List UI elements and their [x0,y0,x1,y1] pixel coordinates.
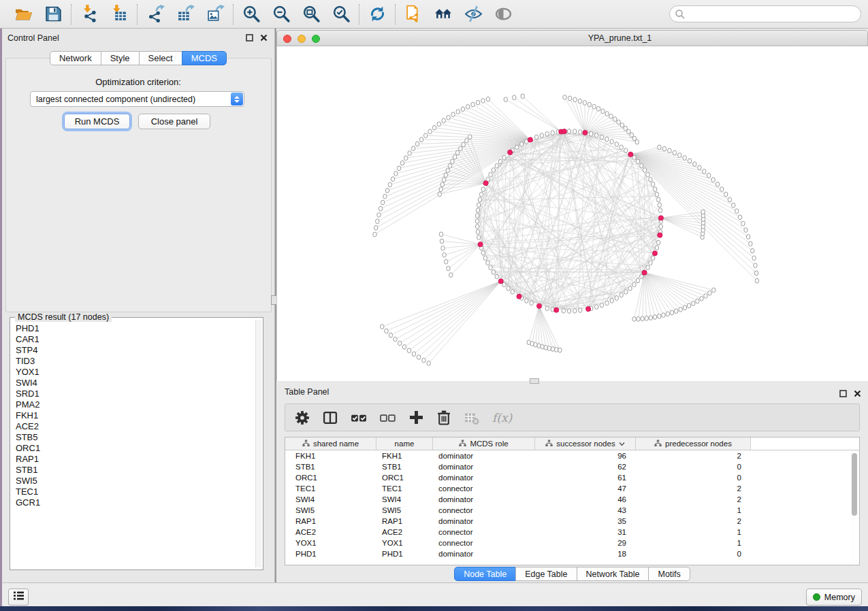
network-window-titlebar[interactable]: YPA_prune.txt_1 [276,30,868,46]
mcds-result-item[interactable]: PHD1 [16,323,255,334]
export-network-icon[interactable] [145,4,165,24]
memory-button[interactable]: Memory [806,589,862,606]
mcds-result-item[interactable]: PMA2 [16,399,255,410]
table-cell: SWI4 [376,494,433,505]
network-from-file-icon[interactable] [403,4,423,24]
optimization-criterion-select[interactable]: largest connected component (undirected) [30,91,244,107]
mcds-result-item[interactable]: TEC1 [16,486,255,497]
table-row[interactable]: PHD1PHD1dominator180 [285,548,859,559]
table-row[interactable]: RAP1RAP1dominator352 [285,516,859,527]
table-row[interactable]: SWI5SWI5connector431 [285,505,859,516]
mcds-result-item[interactable]: STB5 [16,432,255,443]
table-cell: 2 [636,450,751,461]
table-scrollbar-thumb[interactable] [852,453,857,516]
table-row[interactable]: SWI4SWI4dominator462 [285,494,859,505]
table-cell: dominator [433,548,535,559]
table-cell: YOX1 [285,538,376,548]
table-panel: Table Panel f(x) shared namenameMCDS rol… [276,384,868,582]
settings-icon[interactable] [295,410,310,426]
search-input[interactable] [669,5,861,22]
save-session-icon[interactable] [43,4,63,24]
list-icon [13,591,25,604]
mcds-result-item[interactable]: STP4 [16,345,255,356]
tab-style[interactable]: Style [101,51,140,65]
table-cell: SWI4 [285,494,376,505]
table-cell: 31 [535,527,636,538]
task-history-button[interactable] [8,589,29,606]
split-panel-icon[interactable] [323,410,338,426]
export-table-icon[interactable] [175,4,195,24]
float-panel-icon[interactable] [246,34,253,42]
close-table-panel-icon[interactable] [854,390,861,397]
optimization-criterion-value: largest connected component (undirected) [36,95,195,104]
mcds-result-scrollbar[interactable] [255,320,261,567]
zoom-fit-icon[interactable] [301,4,321,24]
float-table-panel-icon[interactable] [839,390,847,397]
column-header-name[interactable]: name [376,437,433,450]
table-cell: SWI5 [376,505,433,516]
mcds-result-item[interactable]: SWI4 [16,378,255,389]
column-header-successor-nodes[interactable]: successor nodes [535,437,636,450]
import-table-icon[interactable] [109,4,129,24]
select-all-icon[interactable] [351,410,367,426]
mcds-result-item[interactable]: ACE2 [16,421,255,432]
control-panel: Control Panel NetworkStyleSelectMCDS Opt… [2,29,275,582]
run-mcds-button[interactable]: Run MCDS [64,114,130,129]
table-row[interactable]: ACE2ACE2connector311 [285,527,859,538]
tab-select[interactable]: Select [139,51,182,65]
tab-network[interactable]: Network [50,51,101,65]
horizontal-splitter-handle[interactable] [530,378,539,384]
table-row[interactable]: FKH1FKH1dominator962 [285,450,859,461]
mcds-result-item[interactable]: FKH1 [16,410,255,421]
mcds-result-item[interactable]: SWI5 [16,476,255,486]
zoom-selected-icon[interactable] [331,4,351,24]
table-row[interactable]: TEC1TEC1connector472 [285,483,859,494]
optimization-criterion-label: Optimization criterion: [2,77,274,87]
first-neighbors-icon[interactable] [433,4,453,24]
tab-motifs[interactable]: Motifs [648,567,690,581]
zoom-out-icon[interactable] [271,4,291,24]
mcds-result-item[interactable]: RAP1 [16,454,255,465]
control-panel-title: Control Panel [7,33,59,43]
table-cell: 0 [636,461,751,472]
mcds-result-item[interactable]: GCR1 [16,497,255,508]
export-image-icon[interactable] [205,4,225,24]
delete-column-icon[interactable] [436,410,451,426]
network-canvas[interactable] [276,46,868,381]
table-cell: dominator [433,450,535,461]
column-header-MCDS-role[interactable]: MCDS role [433,437,535,450]
refresh-layout-icon[interactable] [367,4,387,24]
table-cell: connector [433,483,535,494]
tab-edge-table[interactable]: Edge Table [515,567,577,581]
mcds-result-item[interactable]: TID3 [16,356,255,367]
table-row[interactable]: ORC1ORC1dominator610 [285,472,859,483]
table-row[interactable]: YOX1YOX1connector291 [285,538,859,548]
mcds-result-item[interactable]: ORC1 [16,443,255,454]
desktop-wallpaper-bottom [0,606,868,611]
table-cell: PHD1 [376,548,433,559]
zoom-in-icon[interactable] [241,4,261,24]
close-panel-button[interactable]: Close panel [138,114,210,129]
show-all-icon[interactable] [493,4,513,24]
table-cell: 29 [535,538,636,548]
unselect-all-icon[interactable] [380,410,396,426]
mcds-result-item[interactable]: YOX1 [16,367,255,378]
mcds-result-item[interactable]: STB1 [16,465,255,476]
tab-mcds[interactable]: MCDS [182,51,227,65]
table-cell: 1 [636,527,751,538]
open-file-icon[interactable] [13,4,33,24]
import-network-icon[interactable] [79,4,99,24]
tab-node-table[interactable]: Node Table [454,567,516,581]
column-header-predecessor-nodes[interactable]: predecessor nodes [636,437,751,450]
mcds-result-item[interactable]: CAR1 [16,334,255,345]
table-cell: FKH1 [376,450,433,461]
tab-network-table[interactable]: Network Table [577,567,649,581]
mcds-result-item[interactable]: SRD1 [16,389,255,399]
table-scrollbar[interactable] [850,451,858,564]
add-column-icon[interactable] [409,410,423,426]
close-panel-icon[interactable] [260,34,268,42]
table-row[interactable]: STB1STB1dominator620 [285,461,859,472]
table-cell: ORC1 [285,472,376,483]
hide-selected-icon[interactable] [463,4,483,24]
column-header-shared-name[interactable]: shared name [285,437,376,450]
